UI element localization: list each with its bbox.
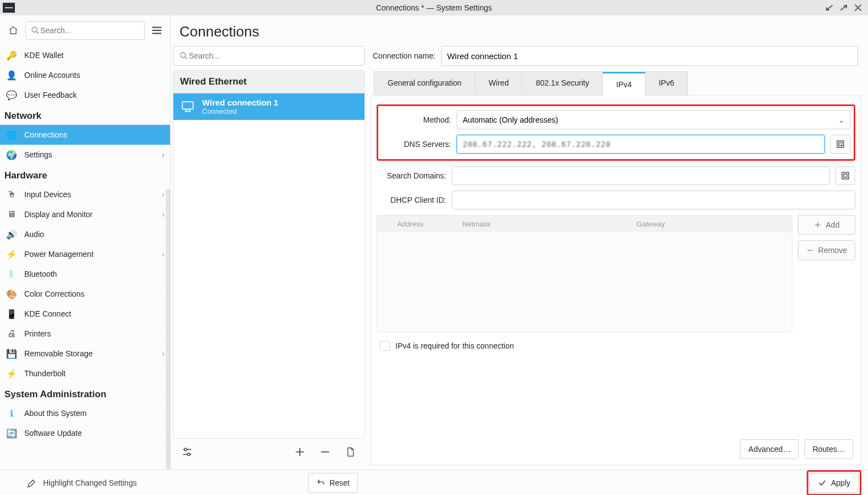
add-connection-button[interactable] [292,444,308,460]
sidebar-item-removable-storage[interactable]: 💾Removable Storage› [0,344,170,364]
sidebar-search-input[interactable] [40,26,140,35]
search-icon [30,25,40,35]
sidebar-item-bluetooth[interactable]: ᛒBluetooth [0,264,170,284]
highlight-changed-label: Highlight Changed Settings [43,478,137,487]
export-connection-button[interactable] [343,444,358,460]
sidebar-item-power-management[interactable]: ⚡Power Management› [0,244,170,264]
svg-point-3 [184,448,187,451]
connection-toolbar [173,439,365,465]
category-network: Network [0,105,170,125]
sidebar-item-label: Input Devices [24,190,71,199]
sidebar-item-label: Thunderbolt [24,369,66,378]
sidebar-item-network-settings[interactable]: 🌍 Settings › [0,145,170,165]
bluetooth-icon: ᛒ [6,268,18,280]
sidebar-search[interactable] [25,21,145,40]
window-title: Connections * — System Settings [0,3,868,12]
scrollbar[interactable] [166,189,170,470]
sidebar-item-thunderbolt[interactable]: ⚡Thunderbolt [0,364,170,383]
connection-list-panel: Wired Ethernet Wired connection 1 Connec… [171,46,365,465]
sidebar-item-label: KDE Connect [24,309,71,318]
minimize-button[interactable] [824,2,835,13]
mouse-icon: 🖱 [6,188,18,201]
phone-icon: 📱 [6,308,18,320]
connection-search[interactable] [173,46,365,66]
col-netmask: Netmask [443,215,510,233]
remove-address-button[interactable]: Remove [798,240,855,260]
sidebar-item-label: Removable Storage [24,349,93,358]
wallet-icon: 🔑 [6,49,18,61]
search-icon [179,51,189,61]
dns-servers-label: DNS Servers: [382,140,451,149]
advanced-button[interactable]: Advanced… [740,439,798,459]
sidebar-item-label: Color Corrections [24,289,84,298]
chevron-right-icon: › [162,250,165,259]
maximize-button[interactable] [838,2,849,13]
add-address-button[interactable]: Add [798,215,855,235]
category-hardware: Hardware [0,165,170,185]
audio-icon: 🔊 [6,228,18,240]
dns-servers-input[interactable]: 208.67.222.222, 208.67.220.220 [457,135,825,154]
sidebar-item-label: Audio [24,230,44,239]
sidebar-item-color-corrections[interactable]: 🎨Color Corrections [0,284,170,304]
home-button[interactable] [6,23,21,38]
connection-row[interactable]: Wired connection 1 Connected [173,93,364,120]
update-icon: 🔄 [6,427,18,439]
connection-name-label: Connection name: [371,51,436,60]
sidebar-item-audio[interactable]: 🔊Audio [0,224,170,244]
sidebar-item-software-update[interactable]: 🔄Software Update [0,423,170,443]
ipv4-form: Method: Automatic (Only addresses) ⌄ DNS… [371,96,861,465]
globe-icon: 🌐 [6,129,18,141]
connection-name: Wired connection 1 [202,98,278,107]
tab-ipv6[interactable]: IPv6 [645,71,688,95]
sidebar-item-user-feedback[interactable]: 💬 User Feedback [0,85,170,105]
tab-general-configuration[interactable]: General configuration [374,71,475,95]
menu-button[interactable] [149,23,165,38]
method-select[interactable]: Automatic (Only addresses) [457,110,850,129]
configure-button[interactable] [179,444,195,460]
dns-edit-button[interactable] [830,135,850,154]
tab-ipv4[interactable]: IPv4 [602,72,645,96]
routes-button[interactable]: Routes… [805,439,853,459]
tab-wired[interactable]: Wired [475,71,523,95]
sidebar-item-kde-connect[interactable]: 📱KDE Connect [0,304,170,324]
tab-8021x-security[interactable]: 802.1x Security [522,71,603,95]
sidebar-item-label: Display and Monitor [24,210,93,219]
ipv4-required-label: IPv4 is required for this connection [395,341,514,350]
feedback-icon: 💬 [6,89,18,101]
plus-icon [814,221,822,229]
dns-servers-value: 208.67.222.222, 208.67.220.220 [463,140,611,149]
search-domains-input[interactable] [452,166,830,185]
dhcp-client-id-input[interactable] [452,191,855,209]
connection-name-input[interactable] [441,46,858,66]
add-label: Add [826,220,840,229]
sidebar-item-label: About this System [24,409,87,418]
apply-label: Apply [831,478,850,487]
reset-button[interactable]: Reset [308,473,358,493]
color-icon: 🎨 [6,288,18,300]
sidebar-item-online-accounts[interactable]: 👤 Online Accounts [0,65,170,85]
category-list[interactable]: 🔑 KDE Wallet 👤 Online Accounts 💬 User Fe… [0,45,170,470]
svg-rect-6 [839,143,842,146]
ipv4-required-checkbox[interactable] [380,341,390,351]
sidebar-item-kde-wallet[interactable]: 🔑 KDE Wallet [0,45,170,65]
svg-point-0 [32,27,37,32]
apply-button[interactable]: Apply [809,473,859,493]
svg-point-4 [187,453,190,456]
sidebar-item-input-devices[interactable]: 🖱Input Devices› [0,185,170,204]
close-button[interactable] [853,2,864,13]
sidebar-item-display-monitor[interactable]: 🖥Display and Monitor› [0,204,170,224]
svg-rect-5 [837,141,844,148]
svg-rect-8 [844,174,847,177]
tab-bar: General configuration Wired 802.1x Secur… [371,71,861,96]
sidebar-item-label: Connections [24,130,67,139]
col-gateway: Gateway [510,215,792,233]
search-domains-edit-button[interactable] [835,166,855,185]
remove-connection-button[interactable] [317,444,333,460]
sidebar-item-printers[interactable]: 🖨Printers [0,324,170,344]
sidebar-item-connections[interactable]: 🌐 Connections [0,125,170,145]
address-table[interactable]: Address Netmask Gateway [377,215,792,332]
col-address: Address [377,215,443,233]
connection-search-input[interactable] [189,51,359,60]
sidebar-item-about-system[interactable]: ℹAbout this System [0,403,170,423]
highlight-changed-toggle[interactable]: Highlight Changed Settings [7,477,137,488]
